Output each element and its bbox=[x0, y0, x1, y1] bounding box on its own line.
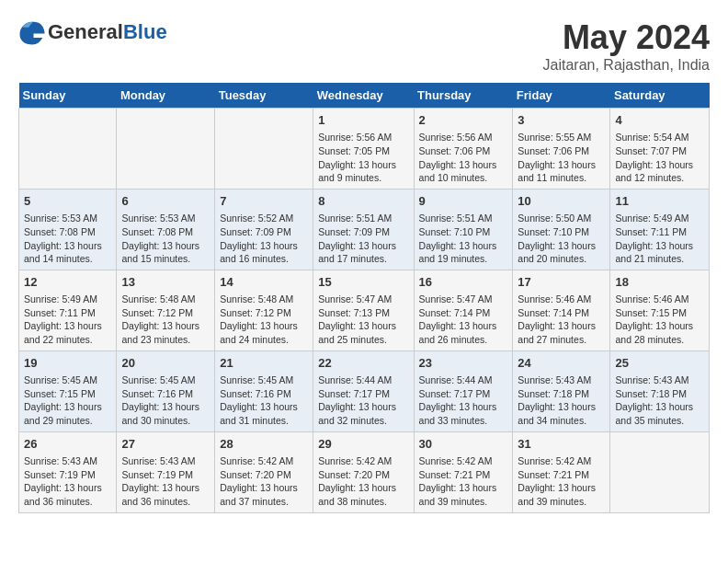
cell-detail: Sunset: 7:06 PM bbox=[419, 144, 508, 158]
calendar-cell: 22Sunrise: 5:44 AMSunset: 7:17 PMDayligh… bbox=[313, 350, 414, 431]
cell-detail: Sunrise: 5:46 AM bbox=[615, 293, 704, 306]
calendar-cell: 26Sunrise: 5:43 AMSunset: 7:19 PMDayligh… bbox=[19, 431, 117, 512]
cell-detail: Sunset: 7:08 PM bbox=[24, 225, 111, 239]
cell-detail: Daylight: 13 hours bbox=[518, 481, 605, 495]
calendar-table: SundayMondayTuesdayWednesdayThursdayFrid… bbox=[18, 83, 710, 513]
cell-detail: and 20 minutes. bbox=[518, 252, 605, 266]
calendar-cell bbox=[610, 431, 710, 512]
cell-detail: Sunrise: 5:42 AM bbox=[419, 454, 508, 468]
day-number: 28 bbox=[220, 436, 308, 453]
cell-detail: and 14 minutes. bbox=[24, 252, 111, 266]
cell-detail: Daylight: 13 hours bbox=[24, 481, 111, 495]
cell-detail: and 16 minutes. bbox=[220, 252, 308, 266]
cell-detail: and 11 minutes. bbox=[518, 171, 605, 185]
cell-detail: Daylight: 13 hours bbox=[615, 239, 704, 253]
cell-detail: and 17 minutes. bbox=[318, 252, 408, 266]
cell-detail: Sunrise: 5:47 AM bbox=[318, 293, 408, 306]
day-number: 9 bbox=[419, 193, 508, 210]
day-number: 22 bbox=[318, 355, 408, 372]
calendar-cell: 6Sunrise: 5:53 AMSunset: 7:08 PMDaylight… bbox=[117, 189, 215, 270]
cell-detail: Sunrise: 5:55 AM bbox=[518, 131, 605, 144]
cell-detail: Sunset: 7:12 PM bbox=[121, 306, 210, 320]
cell-detail: Daylight: 13 hours bbox=[121, 400, 210, 414]
cell-detail: Sunrise: 5:45 AM bbox=[121, 373, 210, 387]
calendar-cell: 20Sunrise: 5:45 AMSunset: 7:16 PMDayligh… bbox=[117, 350, 215, 431]
day-number: 23 bbox=[419, 355, 508, 372]
cell-detail: Sunset: 7:07 PM bbox=[615, 144, 704, 158]
cell-detail: and 36 minutes. bbox=[121, 495, 210, 509]
cell-detail: Sunrise: 5:51 AM bbox=[419, 212, 508, 225]
day-number: 4 bbox=[615, 112, 704, 129]
calendar-cell: 4Sunrise: 5:54 AMSunset: 7:07 PMDaylight… bbox=[610, 109, 710, 190]
days-of-week-row: SundayMondayTuesdayWednesdayThursdayFrid… bbox=[19, 83, 710, 109]
cell-detail: Sunset: 7:17 PM bbox=[318, 387, 408, 401]
day-of-week-sunday: Sunday bbox=[19, 83, 117, 109]
day-number: 15 bbox=[318, 274, 408, 291]
cell-detail: Sunrise: 5:53 AM bbox=[121, 212, 210, 225]
calendar-cell: 19Sunrise: 5:45 AMSunset: 7:15 PMDayligh… bbox=[19, 350, 117, 431]
cell-detail: Sunrise: 5:47 AM bbox=[419, 293, 508, 306]
cell-detail: Sunset: 7:05 PM bbox=[318, 144, 408, 158]
calendar-cell: 7Sunrise: 5:52 AMSunset: 7:09 PMDaylight… bbox=[215, 189, 313, 270]
day-of-week-monday: Monday bbox=[117, 83, 215, 109]
cell-detail: Sunrise: 5:48 AM bbox=[121, 293, 210, 306]
calendar-cell: 21Sunrise: 5:45 AMSunset: 7:16 PMDayligh… bbox=[215, 350, 313, 431]
calendar-week-1: 1Sunrise: 5:56 AMSunset: 7:05 PMDaylight… bbox=[19, 109, 710, 190]
cell-detail: Sunset: 7:14 PM bbox=[518, 306, 605, 320]
cell-detail: Sunset: 7:12 PM bbox=[220, 306, 308, 320]
calendar-cell: 18Sunrise: 5:46 AMSunset: 7:15 PMDayligh… bbox=[610, 270, 710, 350]
cell-detail: Sunrise: 5:44 AM bbox=[318, 373, 408, 387]
cell-detail: Daylight: 13 hours bbox=[318, 158, 408, 172]
cell-detail: Sunrise: 5:56 AM bbox=[318, 131, 408, 144]
day-number: 1 bbox=[318, 112, 408, 129]
location: Jaitaran, Rajasthan, India bbox=[543, 57, 710, 74]
day-of-week-saturday: Saturday bbox=[610, 83, 710, 109]
day-number: 18 bbox=[615, 274, 704, 291]
day-number: 14 bbox=[220, 274, 308, 291]
cell-detail: Sunset: 7:19 PM bbox=[121, 468, 210, 482]
cell-detail: and 37 minutes. bbox=[220, 495, 308, 509]
calendar-cell: 9Sunrise: 5:51 AMSunset: 7:10 PMDaylight… bbox=[414, 189, 513, 270]
calendar-cell: 25Sunrise: 5:43 AMSunset: 7:18 PMDayligh… bbox=[610, 350, 710, 431]
day-number: 12 bbox=[24, 274, 111, 291]
calendar-cell: 31Sunrise: 5:42 AMSunset: 7:21 PMDayligh… bbox=[513, 431, 610, 512]
cell-detail: Sunrise: 5:50 AM bbox=[518, 212, 605, 225]
cell-detail: Sunrise: 5:49 AM bbox=[24, 293, 111, 306]
cell-detail: and 34 minutes. bbox=[518, 414, 605, 428]
calendar-cell: 16Sunrise: 5:47 AMSunset: 7:14 PMDayligh… bbox=[414, 270, 513, 350]
calendar-cell: 17Sunrise: 5:46 AMSunset: 7:14 PMDayligh… bbox=[513, 270, 610, 350]
day-of-week-friday: Friday bbox=[513, 83, 610, 109]
cell-detail: Sunrise: 5:43 AM bbox=[24, 454, 111, 468]
cell-detail: Sunset: 7:11 PM bbox=[24, 306, 111, 320]
cell-detail: and 36 minutes. bbox=[24, 495, 111, 509]
day-number: 5 bbox=[24, 193, 111, 210]
day-number: 10 bbox=[518, 193, 605, 210]
cell-detail: Daylight: 13 hours bbox=[615, 319, 704, 333]
calendar-week-3: 12Sunrise: 5:49 AMSunset: 7:11 PMDayligh… bbox=[19, 270, 710, 350]
logo: GeneralBlue bbox=[18, 18, 167, 46]
cell-detail: Sunrise: 5:42 AM bbox=[518, 454, 605, 468]
calendar-cell: 1Sunrise: 5:56 AMSunset: 7:05 PMDaylight… bbox=[313, 109, 414, 190]
cell-detail: Daylight: 13 hours bbox=[518, 158, 605, 172]
day-number: 7 bbox=[220, 193, 308, 210]
cell-detail: Daylight: 13 hours bbox=[121, 319, 210, 333]
cell-detail: and 30 minutes. bbox=[121, 414, 210, 428]
cell-detail: Sunrise: 5:52 AM bbox=[220, 212, 308, 225]
cell-detail: Sunset: 7:09 PM bbox=[220, 225, 308, 239]
day-number: 3 bbox=[518, 112, 605, 129]
calendar-week-5: 26Sunrise: 5:43 AMSunset: 7:19 PMDayligh… bbox=[19, 431, 710, 512]
calendar-cell: 15Sunrise: 5:47 AMSunset: 7:13 PMDayligh… bbox=[313, 270, 414, 350]
cell-detail: Sunrise: 5:44 AM bbox=[419, 373, 508, 387]
calendar-cell: 29Sunrise: 5:42 AMSunset: 7:20 PMDayligh… bbox=[313, 431, 414, 512]
cell-detail: Daylight: 13 hours bbox=[518, 239, 605, 253]
cell-detail: Daylight: 13 hours bbox=[121, 481, 210, 495]
day-number: 11 bbox=[615, 193, 704, 210]
day-number: 19 bbox=[24, 355, 111, 372]
cell-detail: and 29 minutes. bbox=[24, 414, 111, 428]
cell-detail: Daylight: 13 hours bbox=[318, 319, 408, 333]
cell-detail: Sunset: 7:09 PM bbox=[318, 225, 408, 239]
day-number: 27 bbox=[121, 436, 210, 453]
cell-detail: Sunset: 7:19 PM bbox=[24, 468, 111, 482]
title-block: May 2024 Jaitaran, Rajasthan, India bbox=[543, 18, 710, 74]
cell-detail: Daylight: 13 hours bbox=[24, 239, 111, 253]
